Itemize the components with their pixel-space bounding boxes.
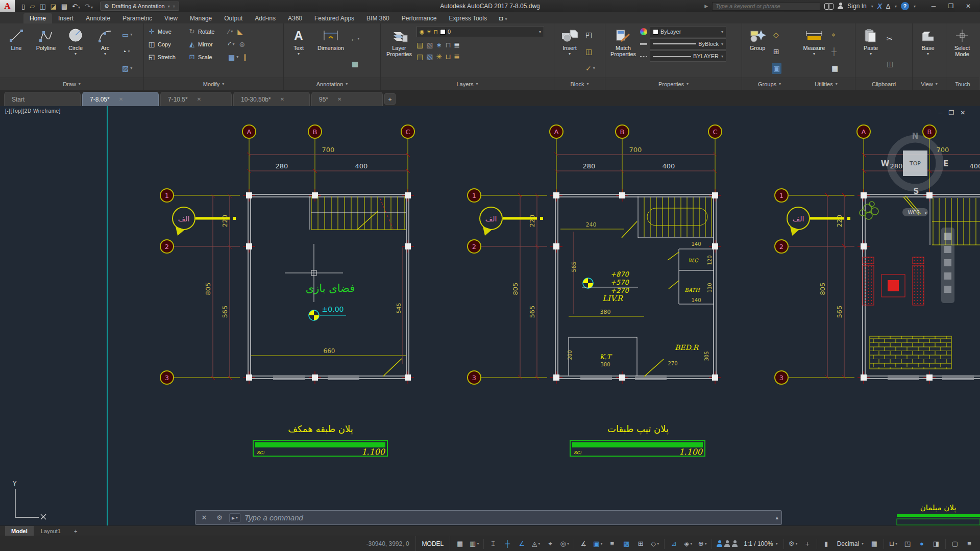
- app-store-icon[interactable]: ∆: [886, 3, 890, 10]
- layer-prev-icon[interactable]: ▧: [426, 53, 433, 61]
- array-icon[interactable]: ▦▾: [227, 52, 240, 63]
- annotation-visibility-icon[interactable]: [717, 540, 722, 547]
- layer-unlock-icon[interactable]: ⊔: [445, 53, 451, 61]
- dimension-button[interactable]: Dimension: [312, 25, 349, 78]
- file-tab-95[interactable]: 95*✕: [311, 92, 383, 106]
- sign-in-caret[interactable]: ▾: [871, 4, 873, 9]
- panel-label-layers[interactable]: Layers▾: [381, 78, 554, 90]
- dynamic-input-icon[interactable]: ⌶: [486, 538, 500, 550]
- gizmo-icon[interactable]: ⊕▾: [696, 538, 709, 550]
- tab-view[interactable]: View: [158, 13, 184, 23]
- app-logo[interactable]: A: [0, 0, 15, 12]
- tab-insert[interactable]: Insert: [52, 13, 80, 23]
- search-expand-icon[interactable]: ▶: [704, 4, 708, 9]
- dwg-restore-icon[interactable]: ❐: [949, 109, 954, 116]
- copy-button[interactable]: ◫Copy: [146, 39, 185, 49]
- hatch-tool-icon[interactable]: ▨▾: [120, 63, 134, 74]
- layer-thaw-icon[interactable]: ☀: [427, 29, 432, 35]
- selection-filtering-icon[interactable]: ◈▾: [681, 538, 695, 550]
- ortho-mode-icon[interactable]: ┼: [501, 538, 514, 550]
- new-layout-button[interactable]: +: [68, 526, 83, 536]
- arc-button[interactable]: Arc▾: [91, 25, 119, 78]
- selection-cycling-icon[interactable]: ⊞: [634, 538, 647, 550]
- navigation-bar[interactable]: [941, 228, 954, 303]
- text-button[interactable]: A Text▾: [286, 25, 311, 78]
- plot-icon[interactable]: ▤: [61, 3, 67, 10]
- rotate-button[interactable]: ↻Rotate: [186, 27, 225, 36]
- osnap-3d-icon[interactable]: ◇▾: [648, 538, 662, 550]
- command-customize-icon[interactable]: ⚙: [214, 512, 225, 523]
- undo-icon[interactable]: ↶▾: [72, 3, 80, 10]
- tab-bim360[interactable]: BIM 360: [360, 13, 396, 23]
- tab-annotate[interactable]: Annotate: [80, 13, 116, 23]
- restore-button[interactable]: ❐: [942, 1, 960, 12]
- quick-properties-icon[interactable]: ▦: [868, 538, 881, 550]
- layer-freeze-icon[interactable]: ∗: [436, 41, 442, 49]
- trim-icon[interactable]: ∕▾: [227, 26, 234, 37]
- rectangle-tool-icon[interactable]: ▭▾: [120, 29, 134, 40]
- layer-state-icon[interactable]: ≣: [454, 53, 460, 61]
- close-icon[interactable]: ✕: [337, 96, 341, 102]
- layer-match-icon[interactable]: ≣: [454, 41, 460, 49]
- annotation-scale-value[interactable]: 1:1 / 100%▾: [741, 540, 780, 547]
- panel-label-touch[interactable]: Touch: [946, 78, 979, 90]
- lineweight-dropdown[interactable]: ByBlock▾: [650, 38, 726, 49]
- drawing-canvas[interactable]: 700 280 400 805 220 565 A B C 1 2 3: [0, 106, 980, 525]
- transparency-icon[interactable]: ▩: [620, 538, 633, 550]
- grid-display-icon[interactable]: ▦: [453, 538, 467, 550]
- close-icon[interactable]: ✕: [119, 96, 123, 102]
- cut-icon[interactable]: ✂: [885, 33, 895, 44]
- annotation-monitor-icon[interactable]: ＋: [801, 538, 814, 550]
- panel-label-draw[interactable]: Draw▾: [0, 78, 143, 90]
- infer-constraints-icon[interactable]: ∡: [577, 538, 590, 550]
- clean-screen-icon[interactable]: ◨: [929, 538, 943, 550]
- fillet-icon[interactable]: ◜▾: [227, 39, 236, 50]
- close-button[interactable]: ✕: [960, 1, 977, 12]
- offset-icon[interactable]: ∥: [241, 52, 248, 63]
- viewcube-n[interactable]: N: [912, 132, 919, 141]
- mirror-button[interactable]: ◭Mirror: [186, 39, 225, 49]
- viewport-controls[interactable]: [-][Top][2D Wireframe]: [5, 108, 61, 114]
- select-mode-button[interactable]: Select Mode: [948, 25, 976, 78]
- layer-lock-icon[interactable]: ⊓: [433, 29, 438, 35]
- search-input[interactable]: [712, 2, 820, 11]
- ellipse-tool-icon[interactable]: ◔▾: [120, 46, 134, 57]
- command-close-icon[interactable]: ✕: [199, 512, 210, 523]
- viewcube-e[interactable]: E: [943, 159, 948, 168]
- explode-icon[interactable]: ⊛: [237, 39, 247, 50]
- panel-label-groups[interactable]: Groups▾: [742, 78, 797, 90]
- group-selection-toggle-icon[interactable]: ▣: [772, 63, 781, 74]
- isolate-objects-icon[interactable]: ◳: [901, 538, 914, 550]
- move-button[interactable]: ✛Move: [146, 27, 185, 36]
- polar-tracking-icon[interactable]: ∠: [515, 538, 528, 550]
- file-tab-10-30-50b[interactable]: 10-30.50b*✕: [233, 92, 310, 106]
- table-icon[interactable]: ▦: [350, 58, 361, 69]
- erase-icon[interactable]: ◣: [236, 26, 244, 37]
- redo-icon[interactable]: ↷▾: [85, 3, 93, 10]
- tab-output[interactable]: Output: [218, 13, 249, 23]
- linetype-dropdown[interactable]: BYLAYER▾: [650, 51, 726, 62]
- layer-on-off-icon[interactable]: ▤: [416, 53, 423, 61]
- insert-button[interactable]: Insert▾: [556, 25, 583, 78]
- ungroup-icon[interactable]: ◇: [772, 29, 781, 40]
- fullscreen-icon[interactable]: ▢: [948, 538, 962, 550]
- tab-performance[interactable]: Performance: [396, 13, 443, 23]
- command-input[interactable]: Type a command: [244, 513, 303, 522]
- workspace-switcher[interactable]: ⚙ Drafting & Annotation ▾▿: [100, 2, 179, 11]
- file-tab-start[interactable]: Start: [4, 92, 81, 106]
- ribbon-display-toggle-icon[interactable]: ◘ ▾: [493, 13, 513, 23]
- tab-layout1[interactable]: Layout1: [35, 526, 67, 536]
- layer-properties-button[interactable]: Layer Properties: [383, 25, 415, 78]
- layer-thaw-all-icon[interactable]: ✳: [436, 53, 442, 61]
- tab-home[interactable]: Home: [23, 13, 52, 23]
- layer-on-icon[interactable]: ◉: [420, 29, 425, 35]
- point-icon[interactable]: ┼: [830, 46, 840, 57]
- tab-manage[interactable]: Manage: [184, 13, 218, 23]
- dwg-minimize-icon[interactable]: ─: [938, 109, 943, 116]
- group-edit-icon[interactable]: ⊞: [772, 46, 781, 57]
- lineweight-display-icon[interactable]: ≡: [605, 538, 619, 550]
- object-color-dropdown[interactable]: ByLayer▾: [650, 26, 726, 37]
- annotation-scale-icon[interactable]: [732, 540, 738, 547]
- snap-mode-icon[interactable]: ▥▾: [468, 538, 481, 550]
- panel-label-utilities[interactable]: Utilities▾: [797, 78, 855, 90]
